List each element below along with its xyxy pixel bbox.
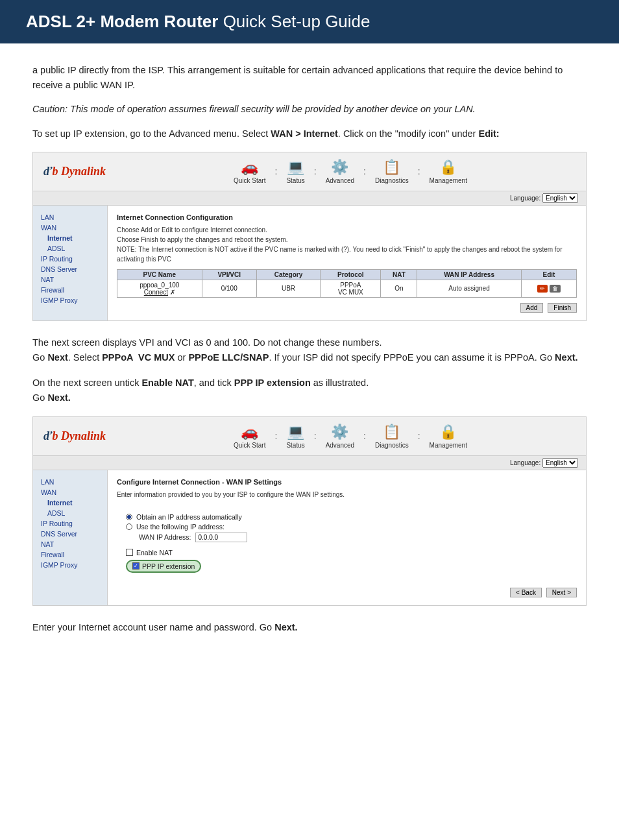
- status-icon-1: 💻: [287, 159, 304, 176]
- sidebar-iprouting-1[interactable]: IP Routing: [38, 254, 102, 264]
- nav-status-2[interactable]: 💻 Status: [281, 422, 310, 450]
- add-button-1[interactable]: Add: [520, 303, 544, 313]
- radio-manual-circle: [126, 523, 132, 530]
- cell-wan-ip: Auto assigned: [417, 280, 522, 297]
- caution-paragraph: Caution: This mode of operation assumes …: [32, 102, 587, 117]
- pppoa-bold: PPPoA VC MUX: [102, 352, 175, 363]
- para2: The next screen displays VPI and VCI as …: [32, 335, 587, 365]
- router-logo-1: ďb Dynalink: [43, 165, 106, 178]
- nav-advanced-1[interactable]: ⚙️ Advanced: [321, 158, 359, 186]
- pppoe-bold: PPPoE LLC/SNAP: [188, 352, 269, 363]
- nav-quick-start-2[interactable]: 🚗 Quick Start: [228, 422, 271, 450]
- sidebar-nat-1[interactable]: NAT: [38, 274, 102, 285]
- col-protocol: Protocol: [321, 269, 381, 280]
- lang-bar-1: Language: English: [33, 191, 586, 206]
- sidebar-wan-2[interactable]: WAN: [38, 487, 102, 498]
- language-select-2[interactable]: English: [542, 458, 578, 468]
- quick-start-icon-1: 🚗: [241, 159, 258, 176]
- back-button[interactable]: < Back: [510, 588, 542, 597]
- sidebar-adsl-2[interactable]: ADSL: [38, 508, 102, 518]
- wan-internet-bold: WAN > Internet: [271, 128, 338, 139]
- radio-auto-fill: [127, 515, 131, 519]
- nav-sep-1c: :: [362, 166, 367, 176]
- enable-nat-checkbox[interactable]: [126, 549, 133, 556]
- next-bold-3: Next.: [47, 392, 70, 403]
- table-row: pppoa_0_100Connect ✗ 0/100 UBR PPPoAVC M…: [117, 280, 577, 297]
- main-content: a public IP directly from the ISP. This …: [0, 43, 619, 654]
- router-main-2: Configure Internet Connection - WAN IP S…: [108, 470, 586, 605]
- sidebar-lan-2[interactable]: LAN: [38, 477, 102, 487]
- sidebar-lan-1[interactable]: LAN: [38, 212, 102, 222]
- nav-diagnostics-1[interactable]: 📋 Diagnostics: [370, 158, 414, 186]
- lang-bar-2: Language: English: [33, 456, 586, 470]
- instruction-paragraph: To set up IP extension, go to the Advanc…: [32, 126, 587, 141]
- nav-quick-start-1[interactable]: 🚗 Quick Start: [228, 158, 271, 186]
- screen1-desc: Choose Add or Edit to configure Internet…: [117, 225, 577, 264]
- nav-sep-1a: :: [273, 166, 278, 176]
- edit-icons: ✏ 🗑: [525, 285, 573, 293]
- nav-management-2[interactable]: 🔒 Management: [424, 422, 472, 450]
- sidebar-wan-1[interactable]: WAN: [38, 222, 102, 233]
- finish-button-1[interactable]: Finish: [548, 303, 577, 313]
- cell-category: UBR: [256, 280, 320, 297]
- sidebar-internet-1[interactable]: Internet: [38, 233, 102, 243]
- router-main-1: Internet Connection Configuration Choose…: [108, 206, 586, 320]
- management-icon-1: 🔒: [439, 159, 457, 176]
- screen2-desc: Enter information provided to you by you…: [117, 490, 577, 499]
- ppp-ext-row[interactable]: ✓ PPP IP extension: [126, 560, 568, 573]
- wan-ip-input[interactable]: [195, 533, 247, 542]
- screen2-title: Configure Internet Connection - WAN IP S…: [117, 478, 577, 486]
- management-icon-2: 🔒: [439, 424, 457, 440]
- language-select-1[interactable]: English: [542, 193, 578, 203]
- sidebar-adsl-1[interactable]: ADSL: [38, 243, 102, 254]
- nav-sep-2a: :: [273, 431, 278, 441]
- screen1-title: Internet Connection Configuration: [117, 213, 577, 221]
- router-screenshot-1: ďb Dynalink 🚗 Quick Start : 💻 Status : ⚙…: [32, 152, 587, 321]
- sidebar-igmpproxy-2[interactable]: IGMP Proxy: [38, 560, 102, 570]
- edit-delete-btn[interactable]: 🗑: [550, 285, 561, 293]
- ip-address-row: WAN IP Address:: [139, 533, 568, 542]
- router-body-1: LAN WAN Internet ADSL IP Routing DNS Ser…: [33, 206, 586, 320]
- pvc-table-1: PVC Name VPI/VCI Category Protocol NAT W…: [117, 269, 577, 298]
- sidebar-igmpproxy-1[interactable]: IGMP Proxy: [38, 295, 102, 306]
- sidebar-firewall-2[interactable]: Firewall: [38, 549, 102, 560]
- sidebar-dnsserver-1[interactable]: DNS Server: [38, 264, 102, 274]
- radio-auto-circle: [126, 514, 132, 520]
- advanced-icon-2: ⚙️: [331, 424, 348, 440]
- sidebar-nat-2[interactable]: NAT: [38, 539, 102, 549]
- sidebar-internet-2[interactable]: Internet: [38, 498, 102, 508]
- bottom-next-bold: Next.: [274, 622, 297, 632]
- col-category: Category: [256, 269, 320, 280]
- nav-items-1: 🚗 Quick Start : 💻 Status : ⚙️ Advanced :…: [125, 158, 576, 186]
- diagnostics-icon-2: 📋: [383, 424, 400, 440]
- nav-status-1[interactable]: 💻 Status: [281, 158, 310, 186]
- edit-bold: Edit:: [478, 128, 499, 139]
- edit-modify-btn[interactable]: ✏: [537, 285, 548, 293]
- radio-manual[interactable]: Use the following IP address:: [126, 523, 568, 531]
- next-bold-2: Next.: [555, 352, 577, 363]
- header-light: Quick Set-up Guide: [218, 12, 370, 31]
- sidebar-firewall-1[interactable]: Firewall: [38, 285, 102, 295]
- quick-start-icon-2: 🚗: [241, 424, 258, 440]
- ppp-ext-checkbox[interactable]: ✓: [132, 562, 140, 570]
- header-bold: ADSL 2+ Modem Router: [26, 12, 218, 31]
- nav-advanced-2[interactable]: ⚙️ Advanced: [321, 422, 359, 450]
- nav-sep-2b: :: [313, 431, 318, 441]
- bottom-paragraph: Enter your Internet account user name an…: [32, 620, 587, 635]
- router-sidebar-2: LAN WAN Internet ADSL IP Routing DNS Ser…: [33, 470, 108, 605]
- radio-auto[interactable]: Obtain an IP address automatically: [126, 513, 568, 521]
- sidebar-iprouting-2[interactable]: IP Routing: [38, 518, 102, 529]
- cell-pvc-name: pppoa_0_100Connect ✗: [117, 280, 202, 297]
- nav-sep-1d: :: [417, 166, 422, 176]
- col-wan-ip: WAN IP Address: [417, 269, 522, 280]
- nav-sep-1b: :: [313, 166, 318, 176]
- cell-protocol: PPPoAVC MUX: [321, 280, 381, 297]
- para3: On the next screen untick Enable NAT, an…: [32, 376, 587, 405]
- next-button[interactable]: Next >: [546, 588, 577, 597]
- nav-management-1[interactable]: 🔒 Management: [424, 158, 472, 186]
- enable-nat-row[interactable]: Enable NAT: [126, 549, 568, 557]
- nav-diagnostics-2[interactable]: 📋 Diagnostics: [370, 422, 414, 450]
- sidebar-dnsserver-2[interactable]: DNS Server: [38, 529, 102, 539]
- next-bold-1: Next: [47, 352, 67, 363]
- advanced-icon-1: ⚙️: [331, 159, 348, 176]
